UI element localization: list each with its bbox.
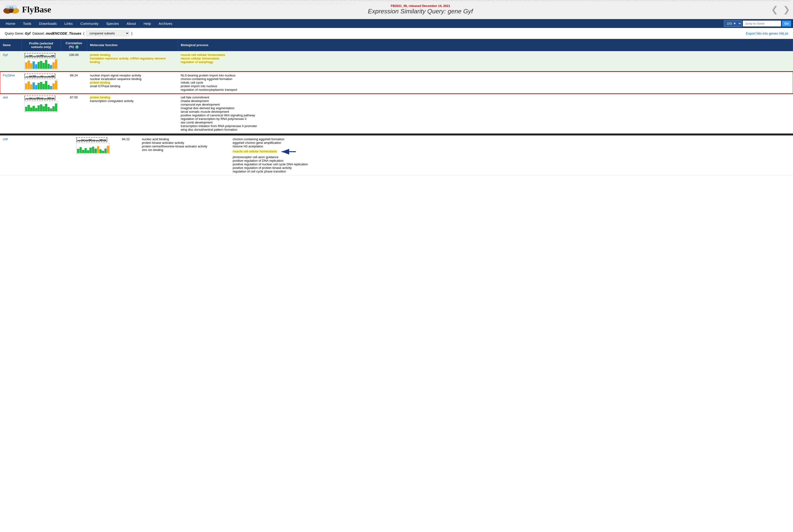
arrow-annotation-svg bbox=[279, 148, 298, 155]
profile-cell-skd bbox=[21, 94, 61, 134]
j2g-area: J2G ▼ Go bbox=[724, 20, 791, 27]
gene-link-Gyf[interactable]: Gyf bbox=[3, 53, 8, 57]
next-arrow[interactable]: ❯ bbox=[783, 4, 790, 15]
col-correlation: Correlation (%) ? bbox=[61, 39, 87, 51]
correlation-cell-fs2ket: 89.24 bbox=[61, 72, 87, 94]
gene-cell-fs2ket: Fs(2)Ket bbox=[0, 72, 21, 94]
table-body-lower: chif bbox=[0, 135, 793, 175]
center-header: FB2021_06, released December 14, 2021 Ex… bbox=[70, 4, 771, 15]
nav-species[interactable]: Species bbox=[102, 19, 123, 28]
profile-cell bbox=[21, 51, 61, 72]
gene-link-skd[interactable]: skd bbox=[3, 96, 8, 99]
table-header: Gene Profile (selected subsets only) Cor… bbox=[0, 39, 793, 51]
query-gene-title: Gyf bbox=[463, 8, 473, 15]
correlation-cell-skd: 87.55 bbox=[61, 94, 87, 134]
j2g-select[interactable]: J2G ▼ bbox=[724, 20, 742, 27]
results-table: Gene Profile (selected subsets only) Cor… bbox=[0, 39, 793, 134]
logo-area: FlyBase bbox=[3, 2, 70, 17]
query-paren-close: ) bbox=[131, 32, 132, 35]
col-molecular: Molecular function bbox=[87, 39, 178, 51]
dashed-profile-box-skd bbox=[24, 96, 55, 100]
table-row-fs2ket: Fs(2)Ket bbox=[0, 72, 793, 94]
molecular-cell: protein binding translation repressor ac… bbox=[87, 51, 178, 72]
nav-downloads[interactable]: Downloads bbox=[35, 19, 60, 28]
query-line: Query Gene: Gyf Dataset: modENCODE_Tissu… bbox=[0, 28, 793, 39]
j2g-input[interactable] bbox=[743, 21, 781, 26]
svg-point-4 bbox=[10, 5, 17, 9]
profile-cell-chif bbox=[73, 135, 113, 175]
gene-cell-chif: chif bbox=[0, 135, 73, 175]
table-wrapper: Gene Profile (selected subsets only) Cor… bbox=[0, 39, 793, 175]
prev-arrow[interactable]: ❮ bbox=[771, 4, 778, 15]
molecular-cell-skd: protein binding transcription coregulato… bbox=[87, 94, 178, 134]
bar-chart-skd bbox=[24, 101, 58, 112]
molecular-cell-chif: nucleic acid binding protein kinase acti… bbox=[139, 135, 230, 175]
gene-link-chif[interactable]: chif bbox=[3, 137, 8, 141]
bar-chart-chif bbox=[76, 143, 110, 154]
molecular-cell-fs2ket: nuclear import signal receptor activity … bbox=[87, 72, 178, 94]
correlation-cell-chif: 84.22 bbox=[113, 135, 139, 175]
correlation-cell: 100.00 bbox=[61, 51, 87, 72]
query-dataset-label-text: Dataset: modENCODE_Tissues bbox=[32, 32, 81, 35]
release-info: FB2021_06, released December 14, 2021 bbox=[70, 4, 771, 8]
flybase-logo-icon bbox=[3, 2, 20, 17]
nav-community[interactable]: Community bbox=[76, 19, 102, 28]
query-gene-label-text: Query Gene: Gyf bbox=[5, 32, 30, 35]
nav-bar: Home Tools Downloads Links Community Spe… bbox=[0, 19, 793, 28]
biological-cell: muscle cell cellular homeostasis neuron … bbox=[178, 51, 793, 72]
dashed-profile-box-fs2ket bbox=[24, 74, 55, 78]
nav-links[interactable]: Links bbox=[60, 19, 76, 28]
col-gene: Gene bbox=[0, 39, 21, 51]
j2g-go-button[interactable]: Go bbox=[782, 21, 791, 26]
table-row: Gyf bbox=[0, 51, 793, 72]
nav-arrows: ❮ ❯ bbox=[771, 4, 790, 15]
compared-subsets-select[interactable]: compared subsets bbox=[86, 30, 129, 36]
nav-tools[interactable]: Tools bbox=[19, 19, 35, 28]
results-table-lower: chif bbox=[0, 135, 793, 175]
nav-home[interactable]: Home bbox=[2, 19, 19, 28]
flybase-logo-text: FlyBase bbox=[22, 4, 51, 15]
table-row-chif: chif bbox=[0, 135, 793, 175]
gene-cell: Gyf bbox=[0, 51, 21, 72]
bar-chart bbox=[24, 59, 58, 70]
query-paren-open: ( bbox=[84, 32, 85, 35]
gene-link-Fs2Ket[interactable]: Fs(2)Ket bbox=[3, 74, 15, 77]
dashed-profile-box-chif bbox=[76, 137, 107, 142]
dark-divider bbox=[0, 134, 793, 135]
col-profile: Profile (selected subsets only) bbox=[21, 39, 61, 51]
biological-cell-skd: cell fate commitment chaeta development … bbox=[178, 94, 793, 134]
correlation-help-icon[interactable]: ? bbox=[75, 45, 79, 49]
biological-cell-chif: chorion-containing eggshell formation eg… bbox=[230, 135, 793, 175]
table-row-skd: skd bbox=[0, 94, 793, 134]
table-body: Gyf bbox=[0, 51, 793, 134]
export-hitlist-link[interactable]: Export hits into genes HitList bbox=[746, 32, 788, 35]
page-title-prefix: Expression Similarity Query: gene bbox=[368, 8, 463, 15]
dashed-profile-box bbox=[24, 53, 55, 58]
nav-help[interactable]: Help bbox=[140, 19, 155, 28]
nav-archives[interactable]: Archives bbox=[155, 19, 177, 28]
profile-cell-fs2ket bbox=[21, 72, 61, 94]
bar-chart-fs2ket bbox=[24, 79, 58, 90]
page-title: Expression Similarity Query: gene Gyf bbox=[70, 8, 771, 15]
col-biological: Biological process bbox=[178, 39, 793, 51]
nav-about[interactable]: About bbox=[123, 19, 140, 28]
biological-cell-fs2ket: NLS-bearing protein import into nucleus … bbox=[178, 72, 793, 94]
gene-cell-skd: skd bbox=[0, 94, 21, 134]
